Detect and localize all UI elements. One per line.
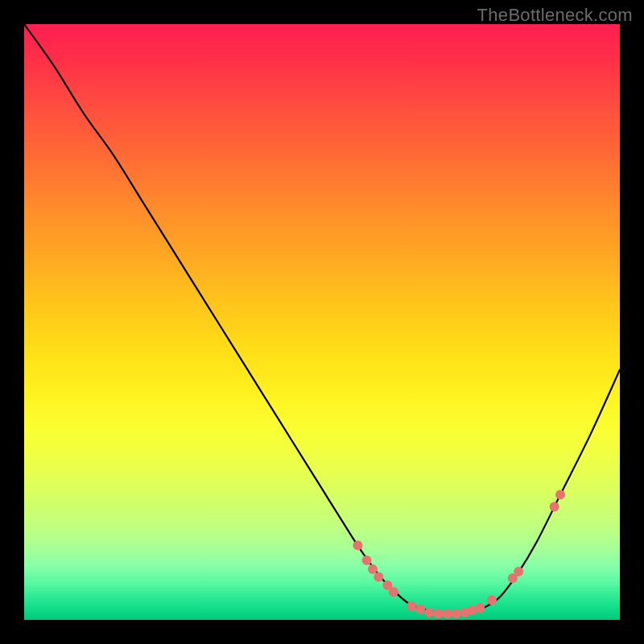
data-point	[424, 608, 434, 617]
data-point	[389, 587, 398, 597]
data-point	[374, 572, 383, 582]
data-point	[487, 596, 497, 605]
bottleneck-curve	[24, 24, 620, 614]
data-point	[550, 502, 559, 511]
chart-svg	[24, 24, 620, 620]
data-point	[442, 609, 452, 619]
data-point	[353, 541, 362, 551]
chart-frame: TheBottleneck.com	[0, 0, 644, 644]
data-point	[407, 601, 416, 611]
data-point	[452, 609, 461, 619]
data-point	[433, 609, 443, 619]
plot-area	[24, 24, 620, 620]
data-markers	[353, 490, 565, 619]
data-point	[415, 605, 425, 614]
data-point	[555, 490, 565, 500]
data-point	[475, 603, 485, 613]
watermark-text: TheBottleneck.com	[477, 5, 633, 26]
data-point	[368, 564, 378, 574]
data-point	[514, 567, 523, 576]
data-point	[362, 555, 372, 565]
